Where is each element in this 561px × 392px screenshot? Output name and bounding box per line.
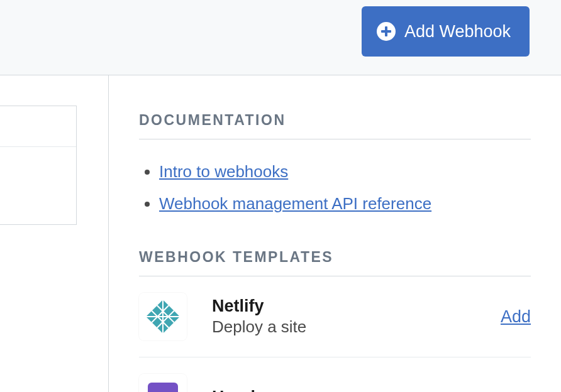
webhook-templates-section-title: Webhook Templates (139, 249, 531, 276)
add-webhook-label: Add Webhook (404, 22, 511, 41)
template-text: Heroku (212, 388, 531, 393)
left-card (0, 106, 77, 225)
template-row-netlify: Netlify Deploy a site Add (139, 276, 531, 357)
template-row-heroku: Heroku (139, 357, 531, 392)
list-item: Webhook management API reference (159, 194, 531, 214)
left-column (0, 75, 109, 392)
body-row: Documentation Intro to webhooks Webhook … (0, 75, 561, 392)
top-bar: Add Webhook (0, 0, 561, 75)
right-column: Documentation Intro to webhooks Webhook … (109, 75, 561, 392)
doc-link-intro[interactable]: Intro to webhooks (159, 162, 288, 181)
doc-link-api-reference[interactable]: Webhook management API reference (159, 194, 431, 213)
netlify-icon (139, 293, 187, 340)
template-text: Netlify Deploy a site (212, 297, 501, 337)
template-description: Deploy a site (212, 317, 501, 337)
template-add-button[interactable]: Add (501, 307, 531, 327)
template-name: Heroku (212, 388, 531, 393)
heroku-icon (139, 374, 187, 392)
svg-rect-2 (381, 30, 391, 33)
add-webhook-button[interactable]: Add Webhook (362, 6, 530, 57)
documentation-links-list: Intro to webhooks Webhook management API… (139, 162, 531, 214)
template-name: Netlify (212, 297, 501, 316)
plus-circle-icon (377, 22, 396, 41)
documentation-section-title: Documentation (139, 112, 531, 139)
list-item: Intro to webhooks (159, 162, 531, 182)
